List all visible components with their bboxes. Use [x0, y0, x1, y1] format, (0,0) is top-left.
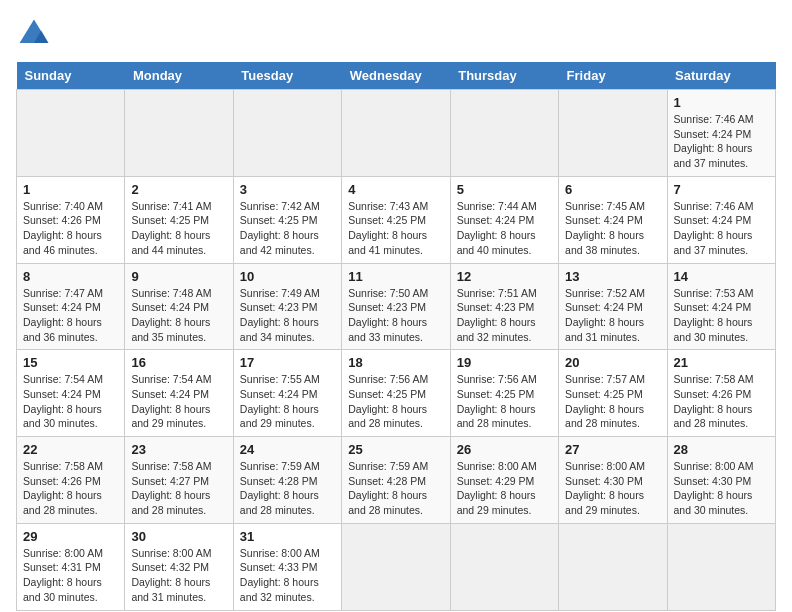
- day-number: 14: [674, 269, 769, 284]
- calendar-week-row: 8 Sunrise: 7:47 AM Sunset: 4:24 PM Dayli…: [17, 263, 776, 350]
- day-info: Sunrise: 7:51 AM Sunset: 4:23 PM Dayligh…: [457, 286, 552, 345]
- day-number: 29: [23, 529, 118, 544]
- calendar-cell: 1 Sunrise: 7:46 AM Sunset: 4:24 PM Dayli…: [667, 90, 775, 177]
- calendar-cell: [450, 523, 558, 610]
- day-number: 7: [674, 182, 769, 197]
- day-info: Sunrise: 7:41 AM Sunset: 4:25 PM Dayligh…: [131, 199, 226, 258]
- day-info: Sunrise: 7:56 AM Sunset: 4:25 PM Dayligh…: [457, 372, 552, 431]
- day-info: Sunrise: 7:52 AM Sunset: 4:24 PM Dayligh…: [565, 286, 660, 345]
- day-number: 26: [457, 442, 552, 457]
- day-info: Sunrise: 8:00 AM Sunset: 4:31 PM Dayligh…: [23, 546, 118, 605]
- day-info: Sunrise: 7:46 AM Sunset: 4:24 PM Dayligh…: [674, 199, 769, 258]
- day-info: Sunrise: 7:54 AM Sunset: 4:24 PM Dayligh…: [23, 372, 118, 431]
- calendar-table: SundayMondayTuesdayWednesdayThursdayFrid…: [16, 62, 776, 611]
- day-number: 13: [565, 269, 660, 284]
- day-number: 24: [240, 442, 335, 457]
- calendar-week-row: 15 Sunrise: 7:54 AM Sunset: 4:24 PM Dayl…: [17, 350, 776, 437]
- calendar-cell: [17, 90, 125, 177]
- calendar-cell: [342, 523, 450, 610]
- calendar-cell: 11 Sunrise: 7:50 AM Sunset: 4:23 PM Dayl…: [342, 263, 450, 350]
- day-number: 21: [674, 355, 769, 370]
- day-info: Sunrise: 7:56 AM Sunset: 4:25 PM Dayligh…: [348, 372, 443, 431]
- calendar-cell: 27 Sunrise: 8:00 AM Sunset: 4:30 PM Dayl…: [559, 437, 667, 524]
- day-info: Sunrise: 7:54 AM Sunset: 4:24 PM Dayligh…: [131, 372, 226, 431]
- calendar-cell: [667, 523, 775, 610]
- day-number: 8: [23, 269, 118, 284]
- calendar-cell: 24 Sunrise: 7:59 AM Sunset: 4:28 PM Dayl…: [233, 437, 341, 524]
- calendar-cell: [450, 90, 558, 177]
- calendar-cell: 26 Sunrise: 8:00 AM Sunset: 4:29 PM Dayl…: [450, 437, 558, 524]
- calendar-cell: [125, 90, 233, 177]
- day-info: Sunrise: 8:00 AM Sunset: 4:33 PM Dayligh…: [240, 546, 335, 605]
- day-number: 9: [131, 269, 226, 284]
- day-info: Sunrise: 7:44 AM Sunset: 4:24 PM Dayligh…: [457, 199, 552, 258]
- day-number: 1: [23, 182, 118, 197]
- calendar-cell: 13 Sunrise: 7:52 AM Sunset: 4:24 PM Dayl…: [559, 263, 667, 350]
- day-of-week-header: Tuesday: [233, 62, 341, 90]
- day-number: 28: [674, 442, 769, 457]
- day-number: 11: [348, 269, 443, 284]
- day-number: 10: [240, 269, 335, 284]
- day-number: 2: [131, 182, 226, 197]
- calendar-cell: 29 Sunrise: 8:00 AM Sunset: 4:31 PM Dayl…: [17, 523, 125, 610]
- day-number: 23: [131, 442, 226, 457]
- day-info: Sunrise: 7:45 AM Sunset: 4:24 PM Dayligh…: [565, 199, 660, 258]
- calendar-cell: [559, 523, 667, 610]
- day-number: 30: [131, 529, 226, 544]
- day-info: Sunrise: 7:47 AM Sunset: 4:24 PM Dayligh…: [23, 286, 118, 345]
- day-number: 5: [457, 182, 552, 197]
- day-info: Sunrise: 7:46 AM Sunset: 4:24 PM Dayligh…: [674, 112, 769, 171]
- day-number: 31: [240, 529, 335, 544]
- calendar-cell: 4 Sunrise: 7:43 AM Sunset: 4:25 PM Dayli…: [342, 176, 450, 263]
- calendar-header-row: SundayMondayTuesdayWednesdayThursdayFrid…: [17, 62, 776, 90]
- day-number: 22: [23, 442, 118, 457]
- calendar-week-row: 22 Sunrise: 7:58 AM Sunset: 4:26 PM Dayl…: [17, 437, 776, 524]
- calendar-cell: 30 Sunrise: 8:00 AM Sunset: 4:32 PM Dayl…: [125, 523, 233, 610]
- day-of-week-header: Saturday: [667, 62, 775, 90]
- calendar-cell: [342, 90, 450, 177]
- logo-icon: [16, 16, 52, 52]
- calendar-week-row: 1 Sunrise: 7:46 AM Sunset: 4:24 PM Dayli…: [17, 90, 776, 177]
- day-of-week-header: Monday: [125, 62, 233, 90]
- calendar-cell: 9 Sunrise: 7:48 AM Sunset: 4:24 PM Dayli…: [125, 263, 233, 350]
- day-info: Sunrise: 8:00 AM Sunset: 4:32 PM Dayligh…: [131, 546, 226, 605]
- calendar-cell: 3 Sunrise: 7:42 AM Sunset: 4:25 PM Dayli…: [233, 176, 341, 263]
- day-number: 17: [240, 355, 335, 370]
- calendar-cell: 23 Sunrise: 7:58 AM Sunset: 4:27 PM Dayl…: [125, 437, 233, 524]
- calendar-cell: 5 Sunrise: 7:44 AM Sunset: 4:24 PM Dayli…: [450, 176, 558, 263]
- calendar-cell: 15 Sunrise: 7:54 AM Sunset: 4:24 PM Dayl…: [17, 350, 125, 437]
- calendar-cell: 7 Sunrise: 7:46 AM Sunset: 4:24 PM Dayli…: [667, 176, 775, 263]
- day-number: 1: [674, 95, 769, 110]
- day-number: 27: [565, 442, 660, 457]
- day-number: 18: [348, 355, 443, 370]
- calendar-cell: 2 Sunrise: 7:41 AM Sunset: 4:25 PM Dayli…: [125, 176, 233, 263]
- day-number: 6: [565, 182, 660, 197]
- calendar-cell: 19 Sunrise: 7:56 AM Sunset: 4:25 PM Dayl…: [450, 350, 558, 437]
- day-of-week-header: Sunday: [17, 62, 125, 90]
- day-info: Sunrise: 7:49 AM Sunset: 4:23 PM Dayligh…: [240, 286, 335, 345]
- day-info: Sunrise: 7:48 AM Sunset: 4:24 PM Dayligh…: [131, 286, 226, 345]
- day-number: 12: [457, 269, 552, 284]
- day-of-week-header: Friday: [559, 62, 667, 90]
- calendar-cell: 1 Sunrise: 7:40 AM Sunset: 4:26 PM Dayli…: [17, 176, 125, 263]
- day-number: 20: [565, 355, 660, 370]
- calendar-cell: 17 Sunrise: 7:55 AM Sunset: 4:24 PM Dayl…: [233, 350, 341, 437]
- calendar-cell: 31 Sunrise: 8:00 AM Sunset: 4:33 PM Dayl…: [233, 523, 341, 610]
- day-info: Sunrise: 8:00 AM Sunset: 4:30 PM Dayligh…: [565, 459, 660, 518]
- calendar-cell: 21 Sunrise: 7:58 AM Sunset: 4:26 PM Dayl…: [667, 350, 775, 437]
- calendar-cell: 10 Sunrise: 7:49 AM Sunset: 4:23 PM Dayl…: [233, 263, 341, 350]
- calendar-week-row: 1 Sunrise: 7:40 AM Sunset: 4:26 PM Dayli…: [17, 176, 776, 263]
- calendar-cell: 22 Sunrise: 7:58 AM Sunset: 4:26 PM Dayl…: [17, 437, 125, 524]
- day-info: Sunrise: 7:43 AM Sunset: 4:25 PM Dayligh…: [348, 199, 443, 258]
- day-of-week-header: Wednesday: [342, 62, 450, 90]
- day-info: Sunrise: 8:00 AM Sunset: 4:29 PM Dayligh…: [457, 459, 552, 518]
- day-of-week-header: Thursday: [450, 62, 558, 90]
- calendar-cell: 8 Sunrise: 7:47 AM Sunset: 4:24 PM Dayli…: [17, 263, 125, 350]
- day-info: Sunrise: 8:00 AM Sunset: 4:30 PM Dayligh…: [674, 459, 769, 518]
- calendar-week-row: 29 Sunrise: 8:00 AM Sunset: 4:31 PM Dayl…: [17, 523, 776, 610]
- day-number: 15: [23, 355, 118, 370]
- day-info: Sunrise: 7:58 AM Sunset: 4:26 PM Dayligh…: [23, 459, 118, 518]
- calendar-cell: 28 Sunrise: 8:00 AM Sunset: 4:30 PM Dayl…: [667, 437, 775, 524]
- calendar-cell: [559, 90, 667, 177]
- day-info: Sunrise: 7:40 AM Sunset: 4:26 PM Dayligh…: [23, 199, 118, 258]
